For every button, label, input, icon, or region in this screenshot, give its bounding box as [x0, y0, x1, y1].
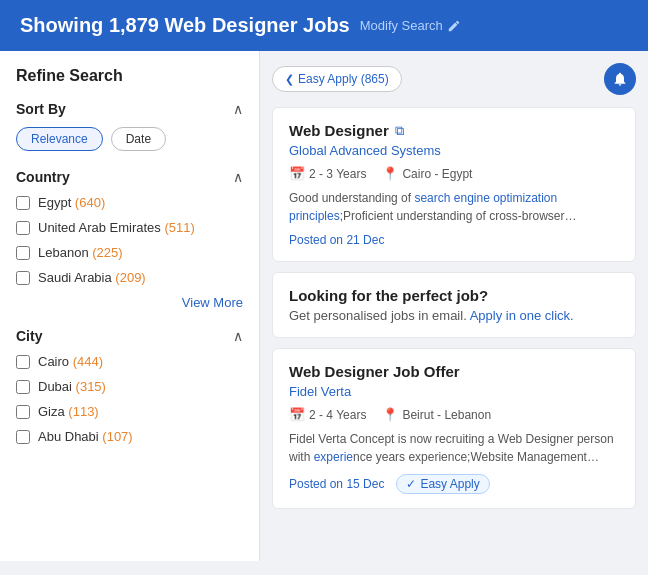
- sidebar: Refine Search Sort By ∧ Relevance Date C…: [0, 51, 260, 561]
- briefcase-icon-1: 📅: [289, 166, 305, 181]
- city-cairo-checkbox[interactable]: [16, 355, 30, 369]
- sort-by-header: Sort By ∧: [16, 101, 243, 117]
- city-giza[interactable]: Giza (113): [16, 404, 243, 419]
- easy-apply-check-icon: ✓: [406, 477, 416, 491]
- chip-label: Easy Apply (865): [298, 72, 389, 86]
- external-link-icon-1[interactable]: ⧉: [395, 123, 404, 139]
- sort-date-pill[interactable]: Date: [111, 127, 166, 151]
- job-meta-1: 📅 2 - 3 Years 📍 Cairo - Egypt: [289, 166, 619, 181]
- country-uae[interactable]: United Arab Emirates (511): [16, 220, 243, 235]
- city-abudhabi-checkbox[interactable]: [16, 430, 30, 444]
- edit-icon: [447, 19, 461, 33]
- city-giza-checkbox[interactable]: [16, 405, 30, 419]
- promo-card: Looking for the perfect job? Get persona…: [272, 272, 636, 338]
- easy-apply-label: Easy Apply: [420, 477, 479, 491]
- main-layout: Refine Search Sort By ∧ Relevance Date C…: [0, 51, 648, 561]
- job-card-1: Web Designer ⧉ Global Advanced Systems 📅…: [272, 107, 636, 262]
- bell-alert-button[interactable]: [604, 63, 636, 95]
- location-icon-2: 📍: [382, 407, 398, 422]
- filter-chips-row: ❮ Easy Apply (865): [272, 63, 636, 95]
- country-egypt[interactable]: Egypt (640): [16, 195, 243, 210]
- job-company-1[interactable]: Global Advanced Systems: [289, 143, 619, 158]
- job-experience-2: 📅 2 - 4 Years: [289, 407, 366, 422]
- job-desc-link-2[interactable]: experie: [314, 450, 353, 464]
- job-posted-2: Posted on 15 Dec: [289, 477, 384, 491]
- job-desc-1: Good understanding of search engine opti…: [289, 189, 619, 225]
- promo-apply-link[interactable]: Apply in one click.: [470, 308, 574, 323]
- right-panel: ❮ Easy Apply (865) Web Designer ⧉ Global…: [260, 51, 648, 561]
- chip-back-icon: ❮: [285, 73, 294, 86]
- sort-pills: Relevance Date: [16, 127, 243, 151]
- country-label: Country: [16, 169, 70, 185]
- promo-title: Looking for the perfect job?: [289, 287, 619, 304]
- country-view-more[interactable]: View More: [16, 295, 243, 310]
- briefcase-icon-2: 📅: [289, 407, 305, 422]
- city-label: City: [16, 328, 42, 344]
- country-section: Country ∧ Egypt (640) United Arab Emirat…: [16, 169, 243, 310]
- country-lebanon[interactable]: Lebanon (225): [16, 245, 243, 260]
- city-abudhabi[interactable]: Abu Dhabi (107): [16, 429, 243, 444]
- country-egypt-checkbox[interactable]: [16, 196, 30, 210]
- header: Showing 1,879 Web Designer Jobs Modify S…: [0, 0, 648, 51]
- city-section: City ∧ Cairo (444) Dubai (315) Giza (113…: [16, 328, 243, 444]
- location-icon-1: 📍: [382, 166, 398, 181]
- job-meta-2: 📅 2 - 4 Years 📍 Beirut - Lebanon: [289, 407, 619, 422]
- job-desc-2: Fidel Verta Concept is now recruiting a …: [289, 430, 619, 466]
- promo-desc: Get personalised jobs in email. Apply in…: [289, 308, 619, 323]
- country-saudi[interactable]: Saudi Arabia (209): [16, 270, 243, 285]
- job-title-1[interactable]: Web Designer: [289, 122, 389, 139]
- sort-by-label: Sort By: [16, 101, 66, 117]
- job-location-2: 📍 Beirut - Lebanon: [382, 407, 491, 422]
- job-location-1: 📍 Cairo - Egypt: [382, 166, 472, 181]
- easy-apply-chip[interactable]: ❮ Easy Apply (865): [272, 66, 402, 92]
- city-dubai[interactable]: Dubai (315): [16, 379, 243, 394]
- job-company-2[interactable]: Fidel Verta: [289, 384, 619, 399]
- sort-relevance-pill[interactable]: Relevance: [16, 127, 103, 151]
- city-chevron[interactable]: ∧: [233, 328, 243, 344]
- easy-apply-badge-2[interactable]: ✓ Easy Apply: [396, 474, 489, 494]
- city-dubai-checkbox[interactable]: [16, 380, 30, 394]
- country-saudi-checkbox[interactable]: [16, 271, 30, 285]
- city-header: City ∧: [16, 328, 243, 344]
- sidebar-title: Refine Search: [16, 67, 243, 85]
- modify-search-link[interactable]: Modify Search: [360, 18, 461, 33]
- sort-by-chevron[interactable]: ∧: [233, 101, 243, 117]
- job-posted-1: Posted on 21 Dec: [289, 233, 384, 247]
- country-header: Country ∧: [16, 169, 243, 185]
- country-chevron[interactable]: ∧: [233, 169, 243, 185]
- bell-icon: [612, 71, 628, 87]
- country-lebanon-checkbox[interactable]: [16, 246, 30, 260]
- job-title-2[interactable]: Web Designer Job Offer: [289, 363, 460, 380]
- country-uae-checkbox[interactable]: [16, 221, 30, 235]
- page-title: Showing 1,879 Web Designer Jobs: [20, 14, 350, 37]
- city-cairo[interactable]: Cairo (444): [16, 354, 243, 369]
- sort-by-section: Sort By ∧ Relevance Date: [16, 101, 243, 151]
- job-experience-1: 📅 2 - 3 Years: [289, 166, 366, 181]
- job-card-2: Web Designer Job Offer Fidel Verta 📅 2 -…: [272, 348, 636, 509]
